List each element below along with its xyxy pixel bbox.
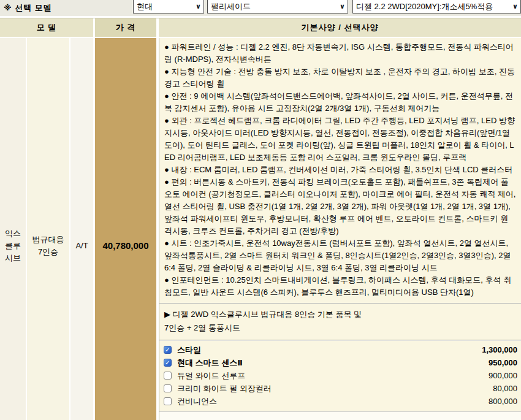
checkbox-icon[interactable]: [164, 397, 172, 405]
cell-variant: 법규대응 7인승: [27, 38, 70, 420]
cell-trim-name: 익스클루시브: [0, 38, 27, 420]
base-specs-list: ● 파워트레인 / 성능 : 디젤 2.2 엔진, 8단 자동변속기, ISG …: [159, 38, 521, 303]
header-model: 모 델: [0, 18, 95, 37]
checkbox-checked-icon[interactable]: ✓: [164, 346, 172, 354]
brand-select-value: 현대: [137, 1, 153, 12]
option-row: 크리미 화이트 펄 외장컬러80,000: [164, 382, 519, 395]
checkbox-icon[interactable]: [164, 372, 172, 380]
option-label: 크리미 화이트 펄 외장컬러: [177, 383, 493, 394]
package-note: ▶ 디젤 2WD 익스클루시브 법규대응 8인승 기본 품목 및 7인승 + 2…: [159, 304, 521, 340]
option-price: 80,000: [493, 384, 519, 393]
free-items-section: ※ 무료장착 항목 블랙박스: [159, 412, 521, 420]
chevron-down-icon: ∨: [340, 2, 345, 10]
model-select[interactable]: 팰리세이드 ∨: [207, 0, 348, 13]
option-row: 컨비니언스800,000: [164, 395, 519, 408]
option-label: 스타일: [177, 345, 482, 356]
options-list: ✓스타일1,300,000✓현대 스마트 센스Ⅱ950,000듀얼 와이드 선루…: [159, 341, 521, 411]
header-specs: 기본사양 / 선택사양: [159, 18, 521, 37]
table-row: 익스클루시브 법규대응 7인승 A/T 40,780,000 ● 파워트레인 /…: [0, 37, 521, 420]
table-header: 모 델 가 격 기본사양 / 선택사양: [0, 18, 521, 37]
model-selector-bar: ※ 선택 모델 현대 ∨ 팰리세이드 ∨ 디젤 2.2 2WD[2020MY]:…: [0, 0, 521, 16]
spec-paragraph: ● 내장 : ECM 룸미러, LED 룸램프, 컨버세이션 미러, 가죽 스티…: [164, 164, 516, 176]
spec-paragraph: ● 편의 : 버튼시동 & 스마트키, 전동식 파킹 브레이크(오토홀드 포함)…: [164, 176, 516, 237]
spec-paragraph: ● 시트 : 인조가죽시트, 운전석 10way전동시트 (럼버서포트 포함),…: [164, 237, 516, 274]
option-label: 듀얼 와이드 선루프: [177, 370, 489, 381]
option-row: ✓현대 스마트 센스Ⅱ950,000: [164, 356, 519, 369]
option-label: 컨비니언스: [177, 396, 489, 407]
model-select-value: 팰리세이드: [211, 1, 251, 12]
package-note-line1: ▶ 디젤 2WD 익스클루시브 법규대응 8인승 기본 품목 및: [164, 308, 516, 321]
checkbox-checked-icon[interactable]: ✓: [164, 359, 172, 367]
spec-paragraph: ● 외관 : 프로젝션 헤드램프, 크롬 라디에이터 그릴, LED 주간 주행…: [164, 115, 516, 164]
chevron-down-icon: ∨: [512, 2, 518, 10]
option-price: 950,000: [489, 358, 519, 367]
option-price: 1,300,000: [482, 345, 519, 354]
option-label: 현대 스마트 센스Ⅱ: [177, 357, 489, 368]
trim-select-value: 디젤 2.2 2WD[2020MY]:개소세5%적용: [356, 1, 493, 12]
header-price: 가 격: [95, 18, 159, 37]
cell-specs: ● 파워트레인 / 성능 : 디젤 2.2 엔진, 8단 자동변속기, ISG …: [159, 38, 521, 420]
spec-paragraph: ● 지능형 안전 기술 : 전방 충돌 방지 보조, 차로 이탈방지 보조 , …: [164, 66, 516, 90]
option-price: 800,000: [489, 397, 519, 406]
spec-paragraph: ● 안전 : 9 에어백 시스템(앞좌석어드밴스드에어백, 앞좌석사이드, 2열…: [164, 90, 516, 115]
spec-paragraph: ● 파워트레인 / 성능 : 디젤 2.2 엔진, 8단 자동변속기, ISG …: [164, 41, 516, 66]
checkbox-icon[interactable]: [164, 384, 172, 392]
chevron-down-icon: ∨: [196, 2, 201, 10]
option-row: ✓스타일1,300,000: [164, 343, 519, 356]
cell-transmission: A/T: [70, 38, 95, 420]
package-note-line2: 7인승 + 2열 통풍시트: [164, 321, 516, 335]
model-selector-label: ※ 선택 모델: [4, 2, 52, 13]
cell-price: 40,780,000: [95, 38, 159, 420]
spec-paragraph: ● 인포테인먼트 : 10.25인치 스마트내비게이션, 블루링크, 하이패스 …: [164, 274, 516, 299]
trim-select[interactable]: 디젤 2.2 2WD[2020MY]:개소세5%적용 ∨: [352, 0, 521, 13]
brand-select[interactable]: 현대 ∨: [133, 0, 204, 13]
option-row: 듀얼 와이드 선루프900,000: [164, 369, 519, 382]
option-price: 900,000: [489, 371, 519, 380]
